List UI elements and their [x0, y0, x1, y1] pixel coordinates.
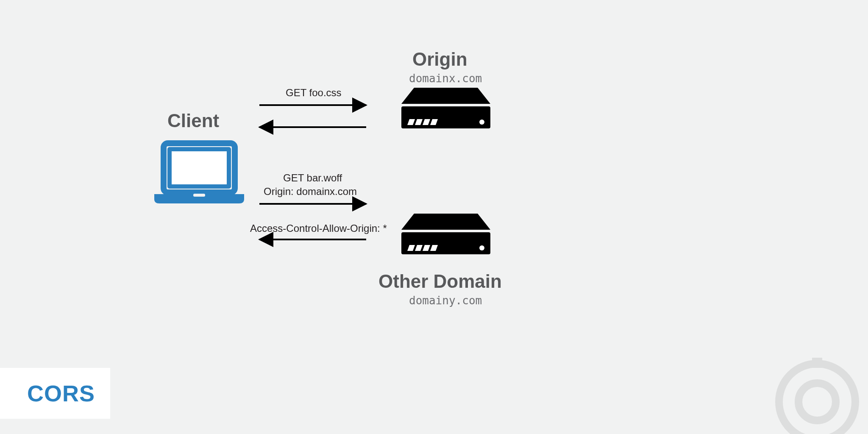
- svg-point-16: [798, 383, 836, 420]
- flow2-request-line1: GET bar.woff: [283, 172, 342, 184]
- other-domain-label: Other Domain: [378, 271, 502, 292]
- title-card-text: CORS: [27, 380, 95, 406]
- origin-label: Origin: [412, 49, 467, 70]
- svg-rect-17: [812, 358, 822, 368]
- diagram-stage: Client Origin domainx.com Other Domain d…: [0, 0, 868, 434]
- flow1-request-text: GET foo.css: [286, 87, 342, 99]
- client-label: Client: [167, 110, 219, 131]
- flow2-request-line2: Origin: domainx.com: [264, 186, 357, 198]
- flow2-response-text: Access-Control-Allow-Origin: *: [250, 223, 387, 234]
- other-domain-value: domainy.com: [409, 294, 482, 307]
- origin-domain: domainx.com: [409, 72, 482, 85]
- title-card: CORS: [0, 368, 110, 419]
